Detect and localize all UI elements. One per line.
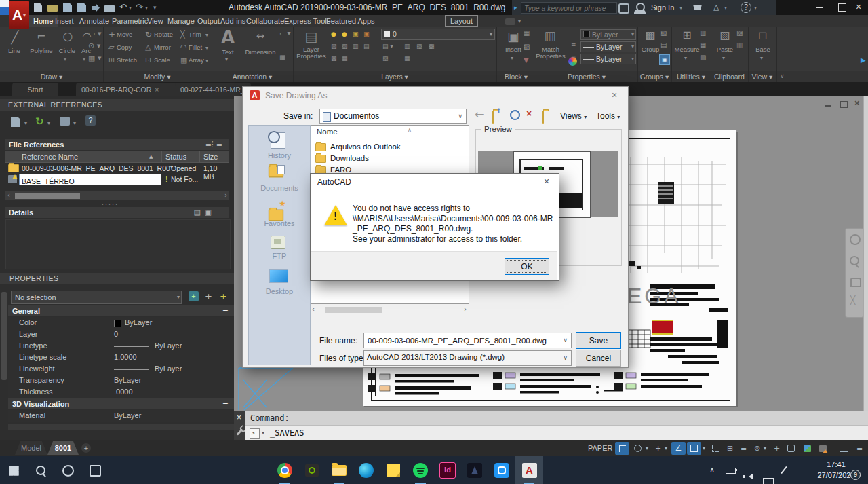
file-name-combo[interactable]: ∨ [363, 333, 572, 348]
refresh-icon[interactable]: ↻ [35, 115, 44, 128]
taskbar-autocad-active[interactable]: A [515, 456, 543, 484]
new-layout-button[interactable]: + [81, 443, 91, 453]
dimension-tool-icon[interactable]: ↔ [245, 31, 275, 41]
text-tool-label[interactable]: Text [217, 49, 239, 56]
ribbon-scroll-right-icon[interactable]: ▶ [861, 57, 866, 64]
general-section-header[interactable]: General− [8, 305, 234, 316]
insert-caret-icon[interactable]: ▾ [511, 56, 513, 61]
layer-thaw-icon[interactable]: ▦ [342, 56, 348, 62]
trim-tool-icon[interactable]: ╳ [180, 31, 185, 38]
xref-hscrollbar[interactable]: ‹ › [5, 191, 229, 200]
list-hscrollbar[interactable]: ‹ › [311, 305, 468, 314]
app-menu-button[interactable]: A ▾ [9, 1, 29, 29]
toggle-pickadd-icon[interactable]: + [189, 291, 199, 301]
table-tool-icon[interactable]: ▦ [279, 54, 285, 61]
line-tool-icon[interactable]: ╱ [5, 31, 24, 43]
selection-cycling-button[interactable] [709, 442, 723, 455]
column-reference-name[interactable]: Reference Name [22, 153, 78, 161]
copy-tool-icon[interactable]: ▱ [108, 43, 114, 51]
layout-8001-tab[interactable]: 8001 [47, 441, 79, 455]
line-tool-label[interactable]: Line [3, 48, 26, 54]
hardware-acceleration-button[interactable] [800, 442, 814, 455]
list-scroll-left-icon[interactable]: ‹ [312, 305, 315, 313]
redo-caret-icon[interactable]: ▾ [145, 5, 148, 11]
column-divider[interactable] [161, 151, 162, 162]
circle-tool-icon[interactable]: ○ [58, 31, 77, 42]
list-item-downloads[interactable]: Downloads [314, 153, 466, 164]
qat-customize-icon[interactable]: ▾ [153, 4, 157, 11]
zoom-icon[interactable] [850, 256, 859, 265]
ribbon-collapse-icon[interactable]: ∨ [780, 73, 785, 79]
prop-row-layer[interactable]: Layer0 [8, 329, 234, 341]
minimize-button[interactable] [816, 7, 823, 8]
utilities-panel-label[interactable]: Utilities ▾ [671, 71, 711, 82]
linetype-combo[interactable]: ByLayer ▾ [580, 54, 636, 64]
list-item-outlook[interactable]: Arquivos do Outlook [314, 142, 466, 153]
save-icon[interactable] [63, 3, 72, 12]
text-caret-icon[interactable]: ▾ [225, 57, 228, 62]
trim-tool-label[interactable]: Trim [189, 31, 208, 38]
drawing-vscrollbar[interactable] [863, 96, 868, 411]
paste-tool-icon[interactable]: ▧ [716, 30, 734, 41]
model-tab[interactable]: Model [15, 441, 47, 455]
object-snap-button[interactable] [687, 442, 701, 455]
tab-layout[interactable]: Layout [445, 15, 478, 27]
file-tab-doc2[interactable]: 00-016-PB-ARQ-COR× [76, 83, 178, 96]
layers-panel-label[interactable]: Layers ▾ [293, 71, 496, 82]
insert-block-icon[interactable]: ▣ [503, 30, 524, 43]
recent-commands-caret-icon[interactable]: ▾ [262, 430, 264, 436]
quick-calc-icon[interactable]: ▦ [700, 42, 706, 49]
layer-match-icon[interactable]: ▤ [363, 43, 370, 50]
layer-properties-label[interactable]: Layer Properties [296, 46, 327, 60]
ellipse-tool-icon[interactable]: ⊙ ▾ [88, 42, 100, 50]
prop-row-thickness[interactable]: Thickness.0000 [8, 386, 234, 398]
record-icon[interactable] [505, 18, 515, 25]
paste-tool-label[interactable]: Paste [713, 46, 736, 53]
rectangle-tool-icon[interactable]: ▭ ▾ [88, 30, 101, 37]
clean-screen-button[interactable] [837, 442, 851, 455]
mirror-tool-label[interactable]: Mirror [154, 44, 178, 51]
rotate-tool-label[interactable]: Rotate [154, 31, 178, 38]
group-edit-icon[interactable]: ▤ [660, 42, 667, 49]
fillet-caret-icon[interactable]: ▾ [205, 45, 208, 51]
command-prompt-icon[interactable]: >_ [250, 428, 260, 439]
base-caret-icon[interactable]: ▾ [760, 56, 763, 61]
save-as-icon[interactable] [77, 3, 86, 12]
place-history[interactable]: History [249, 151, 310, 160]
column-size[interactable]: Size [203, 153, 218, 161]
taskbar-instagram[interactable] [488, 457, 515, 484]
selection-combo-caret-icon[interactable]: ▾ [177, 291, 180, 303]
copy-clip-icon[interactable]: ▥ [736, 42, 743, 49]
id-point-icon[interactable]: ▤ [700, 54, 706, 61]
file-tab-doc3[interactable]: 00-027-44-016-MR_P [175, 83, 251, 96]
cortana-button[interactable] [54, 457, 81, 484]
lineweight-caret-icon[interactable]: ▾ [631, 42, 634, 52]
new-folder-icon[interactable] [542, 111, 544, 124]
steering-wheel-icon[interactable] [850, 234, 861, 245]
save-button[interactable]: Save [576, 332, 621, 349]
taskbar-spotify[interactable] [407, 457, 434, 484]
array-caret-icon[interactable]: ▾ [205, 58, 208, 64]
insert-block-label[interactable]: Insert [502, 46, 525, 53]
delete-icon[interactable]: × [526, 108, 532, 119]
text-tool-icon[interactable]: A [217, 29, 239, 46]
annotation-visibility-button[interactable] [784, 442, 798, 455]
circle-caret-icon[interactable]: ▾ [64, 57, 66, 62]
file-type-combo[interactable]: AutoCAD 2013/LT2013 Drawing (*.dwg) ∨ [363, 350, 572, 366]
clipboard-panel-label[interactable]: Clipboard [711, 71, 748, 82]
prop-row-linetype[interactable]: LinetypeByLayer [8, 340, 234, 352]
measure-tool-label[interactable]: Measure [674, 46, 700, 53]
up-one-level-icon[interactable] [492, 111, 494, 124]
quick-select-icon[interactable]: ▥ [700, 30, 706, 37]
layer-off-icon[interactable]: ▥ [353, 43, 359, 50]
attach-dwg-icon[interactable] [11, 117, 20, 127]
grid-display-button[interactable] [615, 442, 629, 455]
compare-caret-icon[interactable]: ▾ [73, 120, 76, 126]
maximize-button[interactable] [838, 3, 846, 12]
move-tool-label[interactable]: Move [117, 31, 138, 38]
hatch-tool-icon[interactable]: ▦ ▾ [88, 54, 101, 62]
prop-row-transparency[interactable]: TransparencyByLayer [8, 375, 234, 387]
error-dialog-close-icon[interactable]: × [544, 176, 549, 187]
display-icon[interactable] [763, 478, 774, 484]
drawing-restore-button[interactable] [840, 101, 848, 108]
